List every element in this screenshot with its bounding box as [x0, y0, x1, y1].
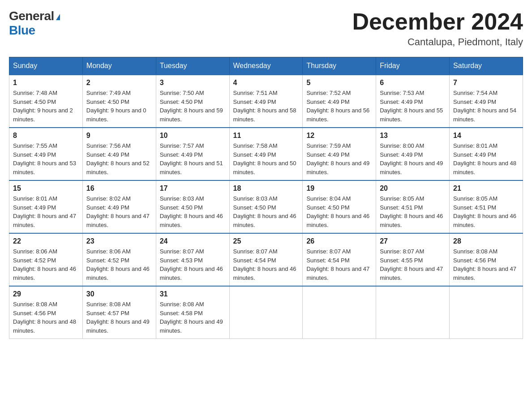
- logo-blue-text: Blue: [9, 23, 35, 37]
- day-number: 7: [453, 79, 519, 87]
- logo-general-text: General: [9, 9, 54, 23]
- calendar-table: Sunday Monday Tuesday Wednesday Thursday…: [9, 57, 523, 339]
- day-info: Sunrise: 8:06 AMSunset: 4:52 PMDaylight:…: [86, 248, 150, 281]
- day-info: Sunrise: 7:59 AMSunset: 4:49 PMDaylight:…: [306, 142, 369, 176]
- calendar-cell: 2 Sunrise: 7:49 AMSunset: 4:50 PMDayligh…: [82, 75, 156, 128]
- day-info: Sunrise: 8:04 AMSunset: 4:50 PMDaylight:…: [306, 195, 369, 228]
- calendar-week-row: 22 Sunrise: 8:06 AMSunset: 4:52 PMDaylig…: [9, 233, 523, 286]
- day-number: 8: [13, 132, 79, 140]
- calendar-cell: 12 Sunrise: 7:59 AMSunset: 4:49 PMDaylig…: [303, 128, 376, 180]
- day-number: 15: [13, 184, 79, 193]
- day-number: 16: [86, 184, 152, 193]
- day-number: 26: [306, 237, 372, 245]
- day-info: Sunrise: 8:08 AMSunset: 4:56 PMDaylight:…: [13, 301, 76, 334]
- calendar-cell: 31 Sunrise: 8:08 AMSunset: 4:58 PMDaylig…: [156, 286, 229, 339]
- calendar-cell: 25 Sunrise: 8:07 AMSunset: 4:54 PMDaylig…: [229, 233, 303, 286]
- day-number: 9: [86, 132, 152, 140]
- day-number: 28: [453, 237, 519, 245]
- logo: General Blue: [9, 9, 60, 38]
- day-info: Sunrise: 8:03 AMSunset: 4:50 PMDaylight:…: [160, 195, 223, 228]
- day-number: 13: [380, 132, 446, 140]
- calendar-cell: 10 Sunrise: 7:57 AMSunset: 4:49 PMDaylig…: [156, 128, 229, 180]
- day-info: Sunrise: 8:07 AMSunset: 4:54 PMDaylight:…: [233, 248, 296, 281]
- calendar-cell: 30 Sunrise: 8:08 AMSunset: 4:57 PMDaylig…: [82, 286, 156, 339]
- day-info: Sunrise: 7:50 AMSunset: 4:50 PMDaylight:…: [160, 90, 223, 123]
- day-info: Sunrise: 8:02 AMSunset: 4:49 PMDaylight:…: [86, 195, 150, 228]
- day-number: 24: [160, 237, 226, 245]
- calendar-cell: [229, 286, 303, 339]
- day-number: 23: [86, 237, 152, 245]
- calendar-cell: 20 Sunrise: 8:05 AMSunset: 4:51 PMDaylig…: [376, 180, 450, 233]
- day-number: 19: [306, 184, 372, 193]
- calendar-cell: 8 Sunrise: 7:55 AMSunset: 4:49 PMDayligh…: [9, 128, 83, 180]
- col-sunday: Sunday: [9, 57, 83, 75]
- day-info: Sunrise: 8:06 AMSunset: 4:52 PMDaylight:…: [13, 248, 76, 281]
- calendar-cell: 17 Sunrise: 8:03 AMSunset: 4:50 PMDaylig…: [156, 180, 229, 233]
- day-number: 10: [160, 132, 226, 140]
- day-info: Sunrise: 8:08 AMSunset: 4:58 PMDaylight:…: [160, 301, 223, 334]
- day-number: 17: [160, 184, 226, 193]
- calendar-cell: [376, 286, 450, 339]
- calendar-week-row: 29 Sunrise: 8:08 AMSunset: 4:56 PMDaylig…: [9, 286, 523, 339]
- day-info: Sunrise: 7:57 AMSunset: 4:49 PMDaylight:…: [160, 142, 223, 176]
- day-info: Sunrise: 7:48 AMSunset: 4:50 PMDaylight:…: [13, 90, 73, 123]
- calendar-cell: 9 Sunrise: 7:56 AMSunset: 4:49 PMDayligh…: [82, 128, 156, 180]
- day-number: 21: [453, 184, 519, 193]
- day-number: 20: [380, 184, 446, 193]
- day-number: 31: [160, 290, 226, 298]
- day-info: Sunrise: 7:53 AMSunset: 4:49 PMDaylight:…: [380, 90, 443, 123]
- day-info: Sunrise: 8:01 AMSunset: 4:49 PMDaylight:…: [13, 195, 76, 228]
- day-info: Sunrise: 8:08 AMSunset: 4:56 PMDaylight:…: [453, 248, 516, 281]
- calendar-header-row: Sunday Monday Tuesday Wednesday Thursday…: [9, 57, 523, 75]
- day-number: 12: [306, 132, 372, 140]
- day-number: 6: [380, 79, 446, 87]
- day-number: 18: [233, 184, 299, 193]
- col-friday: Friday: [376, 57, 450, 75]
- calendar-cell: 15 Sunrise: 8:01 AMSunset: 4:49 PMDaylig…: [9, 180, 83, 233]
- day-info: Sunrise: 8:07 AMSunset: 4:55 PMDaylight:…: [380, 248, 443, 281]
- calendar-cell: 1 Sunrise: 7:48 AMSunset: 4:50 PMDayligh…: [9, 75, 83, 128]
- day-number: 27: [380, 237, 446, 245]
- calendar-week-row: 8 Sunrise: 7:55 AMSunset: 4:49 PMDayligh…: [9, 128, 523, 180]
- calendar-cell: 16 Sunrise: 8:02 AMSunset: 4:49 PMDaylig…: [82, 180, 156, 233]
- calendar-cell: 11 Sunrise: 7:58 AMSunset: 4:49 PMDaylig…: [229, 128, 303, 180]
- day-number: 30: [86, 290, 152, 298]
- calendar-cell: 4 Sunrise: 7:51 AMSunset: 4:49 PMDayligh…: [229, 75, 303, 128]
- col-wednesday: Wednesday: [229, 57, 303, 75]
- calendar-week-row: 15 Sunrise: 8:01 AMSunset: 4:49 PMDaylig…: [9, 180, 523, 233]
- calendar-cell: 21 Sunrise: 8:05 AMSunset: 4:51 PMDaylig…: [450, 180, 523, 233]
- day-info: Sunrise: 7:55 AMSunset: 4:49 PMDaylight:…: [13, 142, 76, 176]
- day-info: Sunrise: 8:01 AMSunset: 4:49 PMDaylight:…: [453, 142, 516, 176]
- col-tuesday: Tuesday: [156, 57, 229, 75]
- day-info: Sunrise: 7:51 AMSunset: 4:49 PMDaylight:…: [233, 90, 296, 123]
- day-number: 4: [233, 79, 299, 87]
- col-thursday: Thursday: [303, 57, 376, 75]
- day-info: Sunrise: 7:56 AMSunset: 4:49 PMDaylight:…: [86, 142, 150, 176]
- calendar-cell: 29 Sunrise: 8:08 AMSunset: 4:56 PMDaylig…: [9, 286, 83, 339]
- calendar-cell: 18 Sunrise: 8:03 AMSunset: 4:50 PMDaylig…: [229, 180, 303, 233]
- calendar-cell: 7 Sunrise: 7:54 AMSunset: 4:49 PMDayligh…: [450, 75, 523, 128]
- calendar-cell: 13 Sunrise: 8:00 AMSunset: 4:49 PMDaylig…: [376, 128, 450, 180]
- day-info: Sunrise: 7:52 AMSunset: 4:49 PMDaylight:…: [306, 90, 369, 123]
- day-info: Sunrise: 8:03 AMSunset: 4:50 PMDaylight:…: [233, 195, 296, 228]
- day-number: 25: [233, 237, 299, 245]
- day-info: Sunrise: 8:05 AMSunset: 4:51 PMDaylight:…: [380, 195, 443, 228]
- day-info: Sunrise: 7:49 AMSunset: 4:50 PMDaylight:…: [86, 90, 146, 123]
- calendar-cell: 24 Sunrise: 8:07 AMSunset: 4:53 PMDaylig…: [156, 233, 229, 286]
- day-number: 1: [13, 79, 79, 87]
- day-number: 5: [306, 79, 372, 87]
- location-subtitle: Cantalupa, Piedmont, Italy: [352, 36, 523, 48]
- calendar-cell: 26 Sunrise: 8:07 AMSunset: 4:54 PMDaylig…: [303, 233, 376, 286]
- col-saturday: Saturday: [450, 57, 523, 75]
- day-info: Sunrise: 8:05 AMSunset: 4:51 PMDaylight:…: [453, 195, 516, 228]
- day-number: 29: [13, 290, 79, 298]
- day-info: Sunrise: 8:00 AMSunset: 4:49 PMDaylight:…: [380, 142, 443, 176]
- month-year-title: December 2024: [352, 9, 523, 34]
- day-number: 14: [453, 132, 519, 140]
- calendar-cell: [450, 286, 523, 339]
- day-info: Sunrise: 7:58 AMSunset: 4:49 PMDaylight:…: [233, 142, 296, 176]
- calendar-cell: [303, 286, 376, 339]
- page-header: General Blue December 2024 Cantalupa, Pi…: [9, 9, 523, 48]
- day-info: Sunrise: 8:07 AMSunset: 4:53 PMDaylight:…: [160, 248, 223, 281]
- day-number: 2: [86, 79, 152, 87]
